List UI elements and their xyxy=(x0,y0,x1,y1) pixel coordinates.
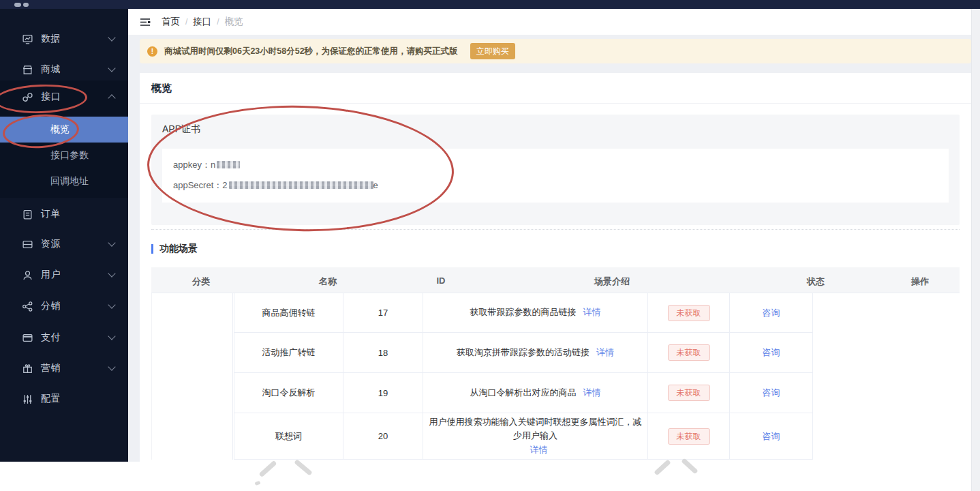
column-header-name: 名称 xyxy=(319,276,337,288)
sidebar: 数据 商城 接口 概览 接口参数 xyxy=(0,9,128,462)
status-cell: 未获取 xyxy=(648,333,730,372)
status-cell: 未获取 xyxy=(648,293,730,332)
share-icon xyxy=(22,301,33,312)
consult-link[interactable]: 咨询 xyxy=(763,307,780,319)
sidebar-item-label: 营销 xyxy=(41,362,61,374)
scene-desc: 获取淘京拼带跟踪参数的活动链接 xyxy=(457,346,589,359)
sidebar-subitem-api-params[interactable]: 接口参数 xyxy=(0,143,128,168)
table-body: 商品高佣转链 17 获取带跟踪参数的商品链接详情 未获取 咨询 活动推广转链 1… xyxy=(234,293,813,460)
appsecret-value-end: e xyxy=(373,180,378,190)
detail-link[interactable]: 详情 xyxy=(583,306,601,319)
breadcrumb-bar: 首页 / 接口 / 概览 xyxy=(128,9,971,35)
warning-icon: ! xyxy=(147,46,157,57)
sidebar-subitem-callback-url[interactable]: 回调地址 xyxy=(0,168,128,194)
top-bar xyxy=(0,0,980,9)
sidebar-item-label: 订单 xyxy=(41,208,61,220)
section-title: 功能场景 xyxy=(159,243,198,255)
link-icon xyxy=(22,91,33,103)
scene-name: 淘口令反解析 xyxy=(234,373,343,413)
scene-desc-cell: 获取带跟踪参数的商品链接详情 xyxy=(423,293,648,332)
sidebar-subitem-overview[interactable]: 概览 xyxy=(0,117,128,143)
consult-link[interactable]: 咨询 xyxy=(763,387,780,399)
scene-desc-cell: 从淘口令解析出对应的商品详情 xyxy=(423,373,648,413)
breadcrumb-current: 概览 xyxy=(225,16,243,28)
scene-id: 20 xyxy=(343,413,423,459)
sidebar-item-data[interactable]: 数据 xyxy=(0,25,128,53)
scene-id: 17 xyxy=(343,293,423,332)
scene-id: 18 xyxy=(343,333,423,372)
trial-warning-text: 商城试用时间仅剩06天23小时58分52秒，为保证您的正常使用，请购买正式版 xyxy=(164,46,458,57)
appsecret-row: appSecret：2e xyxy=(173,179,378,192)
resource-icon xyxy=(22,239,33,250)
chevron-down-icon xyxy=(108,363,115,370)
sidebar-item-label: 商城 xyxy=(41,63,61,76)
chevron-down-icon xyxy=(108,301,115,308)
action-cell: 咨询 xyxy=(730,413,813,459)
scene-name: 联想词 xyxy=(234,413,343,459)
detail-link[interactable]: 详情 xyxy=(596,346,614,359)
sidebar-item-resources[interactable]: 资源 xyxy=(0,230,128,258)
app-window: 数据 商城 接口 概览 接口参数 xyxy=(0,0,980,491)
scene-desc-cell: 用户使用搜索功能输入关键词时联想更多属性词汇，减少用户输入详情 xyxy=(423,413,648,459)
action-cell: 咨询 xyxy=(730,293,813,332)
appsecret-value-start: 2 xyxy=(222,180,227,190)
section-header: 功能场景 xyxy=(151,243,198,255)
chevron-down-icon xyxy=(108,64,115,72)
status-cell: 未获取 xyxy=(648,373,730,413)
sidebar-item-api[interactable]: 接口 xyxy=(0,83,128,110)
gift-icon xyxy=(22,363,33,374)
table-row: 商品高佣转链 17 获取带跟踪参数的商品链接详情 未获取 咨询 xyxy=(234,293,813,333)
appsecret-redacted-value xyxy=(229,181,373,189)
scene-desc: 用户使用搜索功能输入关键词时联想更多属性词汇，减少用户输入 xyxy=(427,415,643,443)
sidebar-item-label: 分销 xyxy=(41,300,61,312)
user-icon xyxy=(22,269,33,281)
sidebar-item-marketing[interactable]: 营销 xyxy=(0,355,128,382)
action-cell: 咨询 xyxy=(730,333,813,372)
sidebar-item-distribution[interactable]: 分销 xyxy=(0,293,128,320)
sidebar-item-label: 资源 xyxy=(41,238,61,250)
sidebar-item-orders[interactable]: 订单 xyxy=(0,200,128,228)
logo-partial xyxy=(23,3,29,7)
sidebar-item-label: 用户 xyxy=(41,269,61,281)
breadcrumb-home[interactable]: 首页 xyxy=(162,16,180,28)
page-title: 概览 xyxy=(140,73,971,104)
chevron-down-icon xyxy=(108,269,115,277)
sidebar-item-users[interactable]: 用户 xyxy=(0,261,128,288)
column-header-category: 分类 xyxy=(192,276,210,288)
sidebar-group-api: 接口 概览 接口参数 回调地址 xyxy=(0,80,128,198)
app-certificate-title: APP证书 xyxy=(162,123,200,136)
appkey-row: appkey：n xyxy=(173,159,240,171)
sidebar-item-settings[interactable]: 配置 xyxy=(0,385,128,413)
pay-icon xyxy=(22,332,33,344)
logo-partial xyxy=(14,3,21,7)
sidebar-subitem-label: 概览 xyxy=(50,123,70,136)
sidebar-item-payment[interactable]: 支付 xyxy=(0,324,128,351)
status-badge: 未获取 xyxy=(668,428,710,445)
column-header-action: 操作 xyxy=(911,276,929,288)
sidebar-subitem-label: 回调地址 xyxy=(50,175,89,188)
status-cell: 未获取 xyxy=(648,413,730,459)
detail-link[interactable]: 详情 xyxy=(530,443,548,457)
sidebar-fold-icon[interactable] xyxy=(140,17,151,27)
app-certificate-section: APP证书 appkey：n appSecret：2e xyxy=(151,115,960,225)
consult-link[interactable]: 咨询 xyxy=(763,430,780,443)
overview-card: 概览 APP证书 appkey：n appSecret：2e 功能场景 分类 名… xyxy=(140,73,971,491)
section-accent-bar xyxy=(151,244,153,254)
appsecret-label: appSecret： xyxy=(173,180,222,190)
category-merged-cell xyxy=(151,293,233,460)
consult-link[interactable]: 咨询 xyxy=(763,346,780,359)
vertical-scrollbar[interactable] xyxy=(971,9,980,491)
sidebar-subitem-label: 接口参数 xyxy=(50,149,89,162)
chevron-down-icon xyxy=(108,33,115,41)
breadcrumb-api[interactable]: 接口 xyxy=(193,16,211,28)
table-row: 活动推广转链 18 获取淘京拼带跟踪参数的活动链接详情 未获取 咨询 xyxy=(234,333,813,373)
buy-now-button[interactable]: 立即购买 xyxy=(470,43,515,59)
scene-desc: 从淘口令解析出对应的商品 xyxy=(470,386,577,400)
status-badge: 未获取 xyxy=(668,305,710,321)
table-row: 联想词 20 用户使用搜索功能输入关键词时联想更多属性词汇，减少用户输入详情 未… xyxy=(234,413,813,460)
sidebar-item-mall[interactable]: 商城 xyxy=(0,56,128,83)
scene-desc: 获取带跟踪参数的商品链接 xyxy=(470,306,577,319)
scene-name: 活动推广转链 xyxy=(234,333,343,372)
action-cell: 咨询 xyxy=(730,373,813,413)
detail-link[interactable]: 详情 xyxy=(583,386,601,400)
